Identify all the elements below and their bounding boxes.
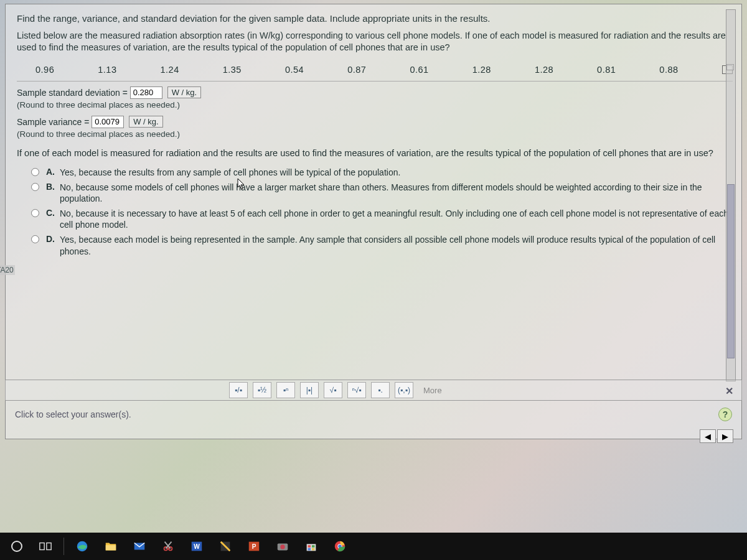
scrollbar[interactable] [726, 9, 736, 381]
screen: Find the range, variance, and standard d… [0, 0, 747, 560]
data-value: 1.24 [160, 65, 179, 75]
svg-rect-1 [47, 543, 51, 550]
word-icon[interactable]: W [184, 535, 210, 558]
choice-d-text: Yes, because each model is being represe… [60, 234, 733, 256]
data-value: 0.88 [659, 65, 678, 75]
taskbar: W P [0, 533, 747, 560]
data-value: 0.96 [35, 65, 54, 75]
math-exponent-button[interactable]: ▪ⁿ [276, 382, 295, 398]
variance-unit[interactable]: W / kg. [129, 116, 162, 128]
help-button[interactable]: ? [718, 408, 732, 421]
variance-label: Sample variance = [17, 116, 92, 126]
svg-rect-18 [312, 548, 315, 551]
data-value: 1.28 [472, 65, 491, 75]
std-dev-input[interactable] [130, 86, 162, 99]
next-button[interactable]: ▶ [717, 429, 733, 443]
question-context: Listed below are the measured radiation … [17, 30, 733, 54]
choice-a[interactable]: A. Yes, because the results from any sam… [17, 167, 733, 178]
choice-b[interactable]: B. No, because some models of cell phone… [17, 182, 733, 204]
svg-rect-0 [40, 543, 44, 550]
math-nroot-button[interactable]: ⁿ√▪ [347, 382, 366, 398]
choice-c-text: No, because it is necessary to have at l… [60, 208, 733, 230]
followup-question: If one of each model is measured for rad… [17, 147, 733, 159]
mail-icon[interactable] [126, 535, 153, 558]
data-value: 0.87 [347, 65, 366, 75]
svg-point-13 [280, 544, 284, 549]
chrome-icon[interactable] [327, 535, 353, 558]
variance-block: Sample variance = W / kg. (Round to thre… [17, 116, 733, 139]
data-value: 1.28 [535, 65, 553, 75]
choice-d-radio[interactable] [31, 235, 39, 243]
choice-b-radio[interactable] [31, 183, 39, 191]
footer-prompt: Click to select your answer(s). [15, 409, 131, 419]
variance-round-note: (Round to three decimal places as needed… [17, 129, 733, 139]
math-more-button[interactable]: More [418, 386, 447, 395]
data-row: 0.96 1.13 1.24 1.35 0.54 0.87 0.61 1.28 … [17, 58, 733, 82]
edge-icon[interactable] [69, 535, 95, 558]
math-sqrt-button[interactable]: √▪ [324, 382, 342, 398]
file-explorer-icon[interactable] [98, 535, 124, 558]
question-instruction: Find the range, variance, and standard d… [17, 13, 733, 24]
side-tab[interactable]: TA20 [0, 265, 15, 275]
data-value: 1.13 [98, 65, 116, 75]
choice-c-label: C. [46, 208, 55, 218]
data-value: 1.35 [223, 65, 242, 75]
choice-a-radio[interactable] [31, 168, 39, 176]
math-subscript-button[interactable]: ▪. [371, 382, 390, 398]
choice-a-label: A. [46, 167, 55, 177]
data-value: 0.54 [285, 65, 304, 75]
choice-b-label: B. [46, 182, 55, 192]
math-interval-button[interactable]: (▪,▪) [395, 382, 413, 398]
footer-bar: Click to select your answer(s). ? [5, 402, 742, 427]
pin1-icon[interactable] [212, 535, 238, 558]
scrollbar-thumb[interactable] [727, 184, 735, 358]
snip-icon[interactable] [155, 535, 181, 558]
choice-c-radio[interactable] [31, 209, 39, 217]
data-value: 0.81 [597, 65, 616, 75]
math-toolbar: ▪/▪ ▪½ ▪ⁿ |▪| √▪ ⁿ√▪ ▪. (▪,▪) More ✕ [5, 380, 742, 401]
store-icon[interactable] [298, 535, 324, 558]
camera-icon[interactable] [270, 535, 296, 558]
math-mixed-button[interactable]: ▪½ [253, 382, 271, 398]
choice-c[interactable]: C. No, because it is necessary to have a… [17, 208, 733, 230]
svg-rect-3 [106, 545, 116, 550]
cortana-icon[interactable] [4, 535, 30, 558]
choice-d-label: D. [46, 234, 55, 244]
question-panel: Find the range, variance, and standard d… [5, 4, 742, 439]
svg-rect-17 [308, 548, 311, 551]
taskbar-separator [63, 538, 64, 555]
task-view-icon[interactable] [32, 535, 59, 558]
data-value: 0.61 [410, 65, 428, 75]
choice-a-text: Yes, because the results from any sample… [60, 167, 400, 178]
powerpoint-icon[interactable]: P [241, 535, 267, 558]
choice-b-text: No, because some models of cell phones w… [60, 182, 733, 204]
std-dev-label: Sample standard deviation = [17, 87, 130, 97]
prev-button[interactable]: ◀ [700, 429, 716, 443]
math-abs-button[interactable]: |▪| [300, 382, 319, 398]
svg-text:W: W [194, 543, 200, 550]
variance-input[interactable] [92, 116, 124, 128]
std-dev-unit[interactable]: W / kg. [167, 86, 201, 98]
svg-rect-16 [312, 545, 315, 548]
svg-text:P: P [252, 543, 256, 550]
std-dev-block: Sample standard deviation = W / kg. (Rou… [17, 86, 733, 110]
math-fraction-button[interactable]: ▪/▪ [229, 382, 248, 398]
svg-rect-15 [308, 545, 311, 548]
choice-d[interactable]: D. Yes, because each model is being repr… [17, 234, 733, 256]
nav-arrows: ◀ ▶ [700, 429, 733, 443]
std-dev-round-note: (Round to three decimal places as needed… [17, 100, 733, 110]
math-close-icon[interactable]: ✕ [725, 385, 733, 397]
